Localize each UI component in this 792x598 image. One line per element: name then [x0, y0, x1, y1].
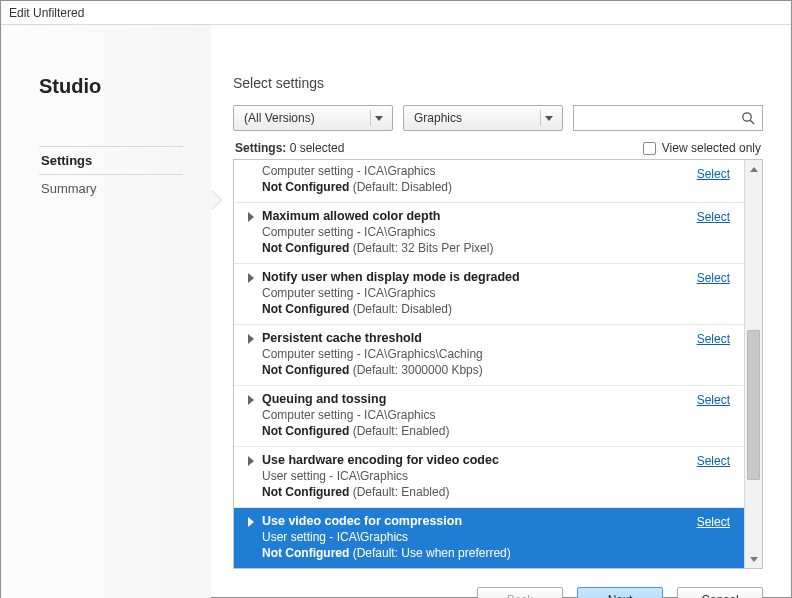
setting-row[interactable]: Computer setting - ICA\GraphicsNot Confi…: [234, 160, 744, 202]
setting-path: Computer setting - ICA\Graphics: [262, 286, 732, 300]
settings-status-row: Settings: 0 selected View selected only: [233, 141, 763, 155]
svg-line-1: [750, 120, 754, 124]
expand-arrow-icon[interactable]: [248, 273, 254, 283]
chevron-down-icon: [370, 110, 386, 126]
vertical-scrollbar[interactable]: [744, 160, 762, 568]
setting-row[interactable]: Notify user when display mode is degrade…: [234, 263, 744, 324]
expand-arrow-icon[interactable]: [248, 334, 254, 344]
setting-title: Maximum allowed color depth: [262, 209, 732, 223]
scroll-down-button[interactable]: [745, 550, 762, 568]
search-box[interactable]: [573, 105, 763, 131]
nav-item-summary[interactable]: Summary: [39, 175, 183, 202]
next-button[interactable]: Next: [577, 587, 663, 598]
setting-state: Not Configured (Default: 3000000 Kbps): [262, 363, 732, 377]
expand-arrow-icon[interactable]: [248, 212, 254, 222]
setting-state: Not Configured (Default: Disabled): [262, 302, 732, 316]
select-link[interactable]: Select: [697, 454, 730, 468]
settings-list: Computer setting - ICA\GraphicsNot Confi…: [234, 160, 744, 568]
sidebar: Studio Settings Summary: [1, 25, 211, 598]
setting-path: Computer setting - ICA\Graphics: [262, 225, 732, 239]
chevron-down-icon: [540, 110, 556, 126]
setting-row[interactable]: Use hardware encoding for video codecUse…: [234, 446, 744, 507]
version-dropdown[interactable]: (All Versions): [233, 105, 393, 131]
dialog-body: Studio Settings Summary Select settings …: [1, 25, 791, 598]
setting-row[interactable]: Use video codec for compressionUser sett…: [234, 507, 744, 568]
cancel-button[interactable]: Cancel: [677, 587, 763, 598]
version-dropdown-value: (All Versions): [244, 111, 315, 125]
category-dropdown[interactable]: Graphics: [403, 105, 563, 131]
setting-title: Notify user when display mode is degrade…: [262, 270, 732, 284]
sidebar-caret-icon: [211, 190, 221, 210]
setting-title: Use video codec for compression: [262, 514, 732, 528]
scroll-thumb[interactable]: [747, 330, 760, 480]
nav-item-settings[interactable]: Settings: [39, 146, 183, 175]
brand-label: Studio: [39, 75, 183, 98]
setting-state: Not Configured (Default: Enabled): [262, 485, 732, 499]
window-title: Edit Unfiltered: [1, 1, 791, 25]
dialog-window: Edit Unfiltered Studio Settings Summary …: [0, 0, 792, 598]
svg-point-0: [743, 113, 751, 121]
setting-state: Not Configured (Default: 32 Bits Per Pix…: [262, 241, 732, 255]
main-panel: Select settings (All Versions) Graphics: [211, 25, 791, 598]
select-link[interactable]: Select: [697, 332, 730, 346]
setting-state: Not Configured (Default: Use when prefer…: [262, 546, 732, 560]
setting-path: Computer setting - ICA\Graphics: [262, 408, 732, 422]
filter-row: (All Versions) Graphics: [233, 105, 763, 131]
expand-arrow-icon[interactable]: [248, 456, 254, 466]
view-selected-checkbox[interactable]: [643, 142, 656, 155]
setting-title: Persistent cache threshold: [262, 331, 732, 345]
setting-title: Use hardware encoding for video codec: [262, 453, 732, 467]
category-dropdown-value: Graphics: [414, 111, 462, 125]
setting-path: User setting - ICA\Graphics: [262, 530, 732, 544]
expand-arrow-icon[interactable]: [248, 395, 254, 405]
setting-row[interactable]: Queuing and tossingComputer setting - IC…: [234, 385, 744, 446]
select-link[interactable]: Select: [697, 271, 730, 285]
setting-path: Computer setting - ICA\Graphics\Caching: [262, 347, 732, 361]
view-selected-group: View selected only: [643, 141, 761, 155]
scroll-up-button[interactable]: [745, 160, 762, 178]
setting-path: Computer setting - ICA\Graphics: [262, 164, 732, 178]
section-title: Select settings: [233, 75, 763, 91]
setting-row[interactable]: Persistent cache thresholdComputer setti…: [234, 324, 744, 385]
back-button[interactable]: Back: [477, 587, 563, 598]
select-link[interactable]: Select: [697, 210, 730, 224]
select-link[interactable]: Select: [697, 515, 730, 529]
setting-path: User setting - ICA\Graphics: [262, 469, 732, 483]
search-input[interactable]: [578, 107, 740, 129]
select-link[interactable]: Select: [697, 167, 730, 181]
select-link[interactable]: Select: [697, 393, 730, 407]
setting-state: Not Configured (Default: Disabled): [262, 180, 732, 194]
view-selected-label: View selected only: [662, 141, 761, 155]
search-icon[interactable]: [740, 111, 756, 125]
setting-state: Not Configured (Default: Enabled): [262, 424, 732, 438]
setting-row[interactable]: Maximum allowed color depthComputer sett…: [234, 202, 744, 263]
footer-buttons: Back Next Cancel: [233, 569, 763, 598]
settings-count: Settings: 0 selected: [235, 141, 344, 155]
expand-arrow-icon[interactable]: [248, 517, 254, 527]
setting-title: Queuing and tossing: [262, 392, 732, 406]
settings-list-container: Computer setting - ICA\GraphicsNot Confi…: [233, 159, 763, 569]
